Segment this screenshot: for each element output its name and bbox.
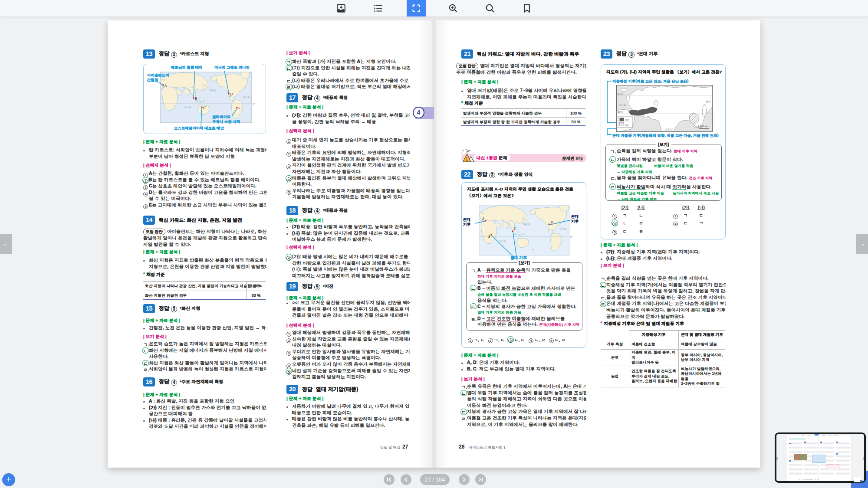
svg-text:C: C bbox=[514, 227, 516, 231]
svg-text:60°N: 60°N bbox=[618, 92, 623, 95]
svg-text:30°N: 30°N bbox=[618, 111, 623, 113]
svg-text:D: D bbox=[550, 220, 553, 224]
svg-text:1: 1 bbox=[466, 157, 468, 162]
svg-text:B: B bbox=[195, 97, 197, 101]
svg-text:0°: 0° bbox=[570, 236, 573, 238]
svg-text:A: A bbox=[482, 217, 484, 221]
svg-text:태평양: 태평양 bbox=[523, 223, 531, 226]
svg-text:D: D bbox=[230, 92, 233, 96]
svg-text:동해: 동해 bbox=[706, 100, 711, 103]
svg-text:0°: 0° bbox=[253, 102, 255, 105]
svg-text:대서양: 대서양 bbox=[618, 104, 627, 106]
svg-text:(나): (나) bbox=[625, 124, 629, 126]
svg-text:(가): (가) bbox=[625, 119, 629, 121]
svg-text:인도양: 인도양 bbox=[665, 128, 673, 131]
svg-text:인도양: 인도양 bbox=[498, 239, 506, 242]
svg-text:태평양: 태평양 bbox=[209, 89, 217, 92]
svg-text:1,000 km: 1,000 km bbox=[698, 125, 708, 128]
svg-text:B: B bbox=[488, 235, 490, 239]
svg-text:인도양: 인도양 bbox=[184, 105, 192, 108]
svg-text:E: E bbox=[238, 106, 240, 110]
svg-text:대서양: 대서양 bbox=[559, 227, 567, 230]
svg-text:C: C bbox=[203, 106, 206, 110]
svg-text:A: A bbox=[164, 84, 167, 88]
svg-text:대서양: 대서양 bbox=[243, 96, 251, 98]
